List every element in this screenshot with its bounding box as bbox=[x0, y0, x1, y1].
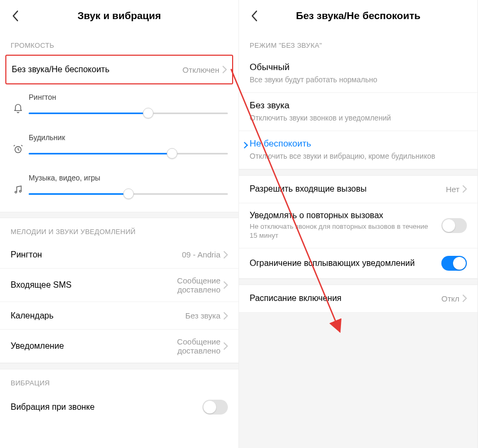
row-notification[interactable]: Уведомление Сообщение доставлено bbox=[0, 330, 238, 363]
mode-silent[interactable]: Без звука Отключить звуки звонков и увед… bbox=[239, 93, 477, 131]
row-value: Сообщение доставлено bbox=[141, 337, 220, 355]
row-value: Сообщение доставлено bbox=[141, 276, 220, 294]
alarm-icon bbox=[11, 133, 25, 154]
section-divider bbox=[0, 363, 238, 369]
chevron-right-icon bbox=[463, 295, 467, 302]
chevron-left-icon bbox=[12, 10, 19, 22]
svg-point-2 bbox=[20, 191, 21, 192]
slider-media: Музыка, видео, игры bbox=[0, 165, 238, 212]
row-label: Без звука/Не беспокоить bbox=[12, 65, 183, 74]
page-title: Без звука/Не беспокоить bbox=[262, 10, 454, 22]
bell-icon bbox=[11, 93, 25, 114]
row-label: Календарь bbox=[11, 311, 185, 321]
chevron-right-icon bbox=[224, 281, 228, 289]
page-title: Звук и вибрация bbox=[23, 10, 215, 22]
row-value: 09 - Andria bbox=[182, 250, 220, 259]
row-label: Уведомление bbox=[11, 341, 141, 351]
slider-ringtone-track[interactable] bbox=[29, 107, 228, 119]
header: Без звука/Не беспокоить bbox=[239, 0, 477, 32]
row-label: Входящее SMS bbox=[11, 280, 141, 290]
row-popup-limit: Ограничение всплывающих уведомлений bbox=[239, 248, 477, 279]
section-volume: ГРОМКОСТЬ bbox=[0, 32, 238, 55]
row-vibrate-on-call: Вибрация при звонке bbox=[0, 392, 238, 422]
svg-point-1 bbox=[15, 191, 16, 193]
row-label: Разрешить входящие вызовы bbox=[250, 184, 446, 194]
screen-sound-vibration: Звук и вибрация ГРОМКОСТЬ Без звука/Не б… bbox=[0, 0, 239, 448]
mode-title: Без звука bbox=[250, 100, 467, 111]
section-divider bbox=[0, 212, 238, 218]
section-mode: РЕЖИМ "БЕЗ ЗВУКА" bbox=[239, 32, 477, 55]
row-value: Откл bbox=[441, 294, 459, 303]
empty-space bbox=[239, 313, 477, 448]
chevron-right-icon bbox=[223, 66, 227, 73]
slider-label: Музыка, видео, игры bbox=[29, 174, 228, 182]
mode-title: Не беспокоить bbox=[250, 139, 467, 149]
back-button[interactable] bbox=[246, 8, 262, 24]
slider-media-track[interactable] bbox=[29, 187, 228, 200]
slider-label: Будильник bbox=[29, 133, 228, 142]
section-divider bbox=[239, 169, 477, 176]
chevron-right-icon bbox=[224, 342, 228, 350]
slider-ringtone: Рингтон bbox=[0, 84, 238, 125]
row-schedule[interactable]: Расписание включения Откл bbox=[239, 285, 477, 313]
slider-label: Рингтон bbox=[29, 93, 228, 101]
row-silent-dnd[interactable]: Без звука/Не беспокоить Отключен bbox=[6, 56, 232, 83]
chevron-right-icon bbox=[463, 185, 467, 193]
mode-normal[interactable]: Обычный Все звуки будут работать нормаль… bbox=[239, 55, 477, 93]
row-sms[interactable]: Входящее SMS Сообщение доставлено bbox=[0, 269, 238, 302]
row-title: Уведомлять о повторных вызовах bbox=[250, 211, 436, 220]
row-value: Нет bbox=[446, 185, 459, 194]
mode-dnd[interactable]: Не беспокоить Отключить все звуки и вибр… bbox=[239, 131, 477, 169]
section-ringtones: МЕЛОДИИ И ЗВУКИ УВЕДОМЛЕНИЙ bbox=[0, 218, 238, 241]
back-button[interactable] bbox=[7, 8, 23, 24]
slider-alarm-track[interactable] bbox=[29, 147, 228, 160]
row-label: Рингтон bbox=[11, 250, 182, 260]
music-icon bbox=[11, 174, 25, 195]
header: Звук и вибрация bbox=[0, 0, 238, 32]
row-title: Ограничение всплывающих уведомлений bbox=[250, 259, 436, 268]
row-repeated-calls: Уведомлять о повторных вызовах Не отключ… bbox=[239, 203, 477, 248]
slider-alarm: Будильник bbox=[0, 125, 238, 165]
chevron-right-icon bbox=[224, 312, 228, 320]
row-label: Расписание включения bbox=[250, 294, 441, 303]
row-calendar[interactable]: Календарь Без звука bbox=[0, 302, 238, 330]
row-label: Вибрация при звонке bbox=[11, 402, 202, 412]
mode-title: Обычный bbox=[250, 62, 467, 73]
switch-popup[interactable] bbox=[441, 256, 467, 271]
switch-vibrate[interactable] bbox=[202, 400, 228, 415]
section-divider bbox=[239, 279, 477, 285]
row-sub: Не отключать звонок для повторных вызово… bbox=[250, 222, 436, 240]
mode-sub: Отключить все звуки и вибрацию, кроме бу… bbox=[250, 151, 467, 161]
mode-sub: Отключить звуки звонков и уведомлений bbox=[250, 113, 467, 123]
row-ringtone[interactable]: Рингтон 09 - Andria bbox=[0, 241, 238, 269]
section-vibration: ВИБРАЦИЯ bbox=[0, 369, 238, 392]
switch-repeated[interactable] bbox=[441, 218, 467, 233]
row-value: Без звука bbox=[185, 311, 220, 320]
row-value: Отключен bbox=[183, 65, 219, 74]
row-allow-calls[interactable]: Разрешить входящие вызовы Нет bbox=[239, 176, 477, 203]
chevron-right-icon bbox=[224, 251, 228, 259]
mode-sub: Все звуки будут работать нормально bbox=[250, 75, 467, 85]
highlight-silent-dnd: Без звука/Не беспокоить Отключен bbox=[5, 55, 233, 84]
chevron-left-icon bbox=[251, 10, 258, 22]
screen-silent-dnd: Без звука/Не беспокоить РЕЖИМ "БЕЗ ЗВУКА… bbox=[239, 0, 478, 448]
